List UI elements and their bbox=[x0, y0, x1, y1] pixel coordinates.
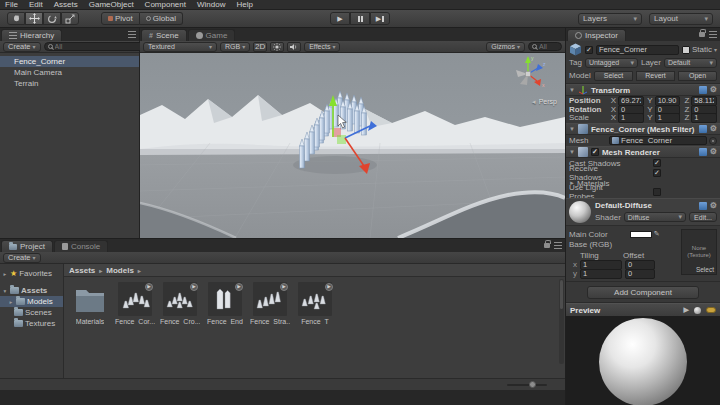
help-icon[interactable] bbox=[699, 202, 707, 210]
menu-file[interactable]: File bbox=[5, 0, 18, 9]
help-icon[interactable] bbox=[699, 125, 707, 133]
texture-select-button[interactable]: Select bbox=[696, 266, 714, 273]
scale-z-field[interactable] bbox=[691, 113, 717, 123]
tab-game[interactable]: Game bbox=[188, 29, 236, 41]
menu-window[interactable]: Window bbox=[197, 0, 225, 9]
thumbnail-size-slider[interactable] bbox=[507, 384, 547, 386]
preview-rotate-icon[interactable]: ▶ bbox=[235, 283, 243, 291]
tab-hierarchy[interactable]: Hierarchy bbox=[1, 29, 62, 41]
material-header[interactable]: Default-Diffuse⚙ Shader Diffuse Edit... bbox=[566, 198, 720, 226]
main-color-swatch[interactable] bbox=[630, 231, 652, 238]
hierarchy-search[interactable] bbox=[44, 42, 150, 51]
breadcrumb-models[interactable]: Models bbox=[106, 266, 134, 275]
preview-rotate-icon[interactable]: ▶ bbox=[145, 283, 153, 291]
panel-menu-icon[interactable] bbox=[128, 31, 136, 38]
mesh-filter-header[interactable]: ▼ Fence_Corner (Mesh Filter) ⚙ bbox=[566, 123, 720, 135]
preview-play-icon[interactable]: ▶ bbox=[684, 306, 689, 314]
foldout-icon[interactable]: ▼ bbox=[569, 87, 575, 93]
menu-component[interactable]: Component bbox=[145, 0, 186, 9]
base-texture-slot[interactable]: None (Texture) Select bbox=[681, 229, 717, 275]
gear-icon[interactable]: ⚙ bbox=[710, 125, 717, 133]
lock-icon[interactable] bbox=[544, 243, 550, 248]
preview-rotate-icon[interactable]: ▶ bbox=[190, 283, 198, 291]
tab-inspector[interactable]: Inspector bbox=[567, 29, 626, 41]
cast-shadows-checkbox[interactable] bbox=[653, 159, 661, 167]
tree-scenes[interactable]: Scenes bbox=[0, 307, 63, 318]
hierarchy-item-terrain[interactable]: Terrain bbox=[0, 78, 139, 89]
static-checkbox[interactable] bbox=[682, 46, 690, 54]
gear-icon[interactable]: ⚙ bbox=[710, 86, 717, 94]
foldout-icon[interactable]: ▼ bbox=[569, 149, 575, 155]
rotate-tool-button[interactable] bbox=[43, 12, 61, 25]
step-button[interactable]: ▶ bbox=[370, 12, 390, 25]
breadcrumb-assets[interactable]: Assets bbox=[69, 266, 95, 275]
layer-dropdown[interactable]: Default bbox=[664, 58, 717, 68]
mesh-object-field[interactable]: Fence_Corner bbox=[609, 136, 707, 145]
slider-knob[interactable] bbox=[529, 381, 536, 388]
tree-textures[interactable]: Textures bbox=[0, 318, 63, 329]
tree-favorites[interactable]: ▸★Favorites bbox=[0, 268, 63, 279]
asset-materials-folder[interactable]: Materials bbox=[71, 282, 109, 325]
menu-assets[interactable]: Assets bbox=[54, 0, 78, 9]
2d-toggle[interactable]: 2D bbox=[253, 42, 267, 52]
model-revert-button[interactable]: Revert bbox=[636, 71, 675, 81]
render-channel-dropdown[interactable]: RGB bbox=[220, 42, 250, 52]
eyedropper-icon[interactable]: ✎ bbox=[654, 230, 660, 238]
tab-console[interactable]: Console bbox=[54, 240, 108, 252]
layout-dropdown[interactable]: Layout bbox=[649, 13, 713, 25]
pause-button[interactable] bbox=[350, 12, 370, 25]
lighting-toggle[interactable] bbox=[270, 42, 284, 52]
menu-gameobject[interactable]: GameObject bbox=[89, 0, 134, 9]
global-button[interactable]: Global bbox=[140, 12, 183, 25]
pivot-button[interactable]: Pivot bbox=[101, 12, 140, 25]
menu-help[interactable]: Help bbox=[236, 0, 252, 9]
asset-fence-corner[interactable]: ▶ Fence_Cor... bbox=[116, 282, 154, 325]
tree-assets[interactable]: ▾Assets bbox=[0, 285, 63, 296]
preview-rotate-icon[interactable]: ▶ bbox=[280, 283, 288, 291]
asset-fence-t[interactable]: ▶ Fence_T bbox=[296, 282, 334, 325]
model-select-button[interactable]: Select bbox=[594, 71, 633, 81]
mesh-renderer-header[interactable]: ▼ Mesh Renderer ⚙ bbox=[566, 146, 720, 158]
scale-y-field[interactable] bbox=[655, 113, 681, 123]
tab-project[interactable]: Project bbox=[1, 240, 53, 252]
asset-fence-straight[interactable]: ▶ Fence_Stra... bbox=[251, 282, 289, 325]
foldout-icon[interactable]: ▼ bbox=[569, 126, 575, 132]
render-mode-dropdown[interactable]: Textured bbox=[143, 42, 217, 52]
static-toggle[interactable]: Static bbox=[682, 45, 717, 54]
scrollbar[interactable] bbox=[559, 279, 564, 364]
light-probes-checkbox[interactable] bbox=[653, 188, 661, 196]
scale-x-field[interactable] bbox=[618, 113, 644, 123]
audio-toggle[interactable] bbox=[287, 42, 301, 52]
tiling-y-field[interactable] bbox=[580, 269, 622, 279]
material-preview-area[interactable] bbox=[566, 316, 720, 405]
model-open-button[interactable]: Open bbox=[678, 71, 717, 81]
gear-icon[interactable]: ⚙ bbox=[710, 148, 717, 156]
tab-scene[interactable]: #Scene bbox=[141, 29, 187, 41]
help-icon[interactable] bbox=[699, 148, 707, 156]
shader-edit-button[interactable]: Edit... bbox=[689, 212, 717, 222]
play-button[interactable]: ▶ bbox=[330, 12, 350, 25]
scene-search-input[interactable] bbox=[539, 43, 558, 50]
renderer-enabled-checkbox[interactable] bbox=[591, 148, 599, 156]
preview-sphere-icon[interactable] bbox=[694, 307, 701, 314]
gameobject-name-field[interactable] bbox=[596, 45, 679, 55]
preview-rotate-icon[interactable]: ▶ bbox=[325, 283, 333, 291]
gizmos-dropdown[interactable]: Gizmos bbox=[486, 42, 525, 52]
panel-menu-icon[interactable] bbox=[554, 242, 562, 249]
preview-light-icon[interactable] bbox=[706, 307, 716, 313]
perspective-toggle[interactable]: ◄Persp bbox=[531, 98, 557, 105]
scale-tool-button[interactable] bbox=[61, 12, 79, 25]
hand-tool-button[interactable] bbox=[7, 12, 25, 25]
move-tool-button[interactable] bbox=[25, 12, 43, 25]
offset-y-field[interactable] bbox=[625, 269, 655, 279]
transform-header[interactable]: ▼ Transform ⚙ bbox=[566, 84, 720, 96]
panel-menu-icon[interactable] bbox=[709, 31, 717, 38]
tree-models[interactable]: ▸Models bbox=[0, 296, 63, 307]
add-component-button[interactable]: Add Component bbox=[587, 286, 699, 299]
lock-icon[interactable] bbox=[699, 32, 705, 37]
receive-shadows-checkbox[interactable] bbox=[653, 169, 661, 177]
shader-dropdown[interactable]: Diffuse bbox=[624, 212, 686, 222]
object-picker-icon[interactable] bbox=[709, 137, 717, 145]
gear-icon[interactable]: ⚙ bbox=[710, 202, 717, 210]
hierarchy-item-main-camera[interactable]: Main Camera bbox=[0, 67, 139, 78]
